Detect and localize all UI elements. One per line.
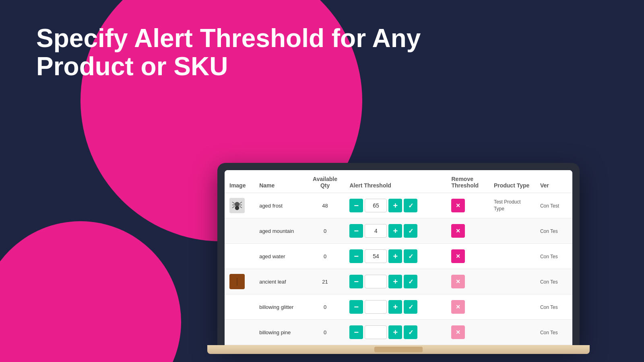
cell-name: billowing glitter xyxy=(254,294,305,320)
x-icon xyxy=(456,329,460,336)
cell-vendor: Con Tes xyxy=(535,244,572,269)
product-image-empty xyxy=(229,299,245,315)
check-button[interactable] xyxy=(404,325,417,339)
product-image xyxy=(229,274,245,289)
cell-remove xyxy=(446,269,489,294)
threshold-input[interactable] xyxy=(365,275,387,288)
cell-remove xyxy=(446,294,489,320)
cell-vendor: Con Tes xyxy=(535,218,572,244)
table-row: aged mountain 0 xyxy=(225,218,572,244)
laptop-base xyxy=(207,345,590,354)
plus-button[interactable] xyxy=(388,325,402,339)
cell-threshold xyxy=(345,218,446,244)
plus-button[interactable] xyxy=(388,224,402,238)
cell-remove xyxy=(446,244,489,269)
threshold-input[interactable] xyxy=(365,224,387,238)
x-icon xyxy=(456,278,460,285)
minus-icon xyxy=(354,277,359,286)
threshold-controls xyxy=(349,199,442,212)
minus-icon xyxy=(354,252,359,261)
cell-name: ancient leaf xyxy=(254,269,305,294)
plus-button[interactable] xyxy=(388,300,402,314)
cell-name: billowing pine xyxy=(254,320,305,345)
cell-qty: 0 xyxy=(305,244,345,269)
minus-icon xyxy=(354,328,359,337)
product-image-empty xyxy=(229,249,245,264)
minus-button[interactable] xyxy=(349,325,363,339)
check-button[interactable] xyxy=(404,224,417,238)
plus-button[interactable] xyxy=(388,199,402,212)
minus-button[interactable] xyxy=(349,199,363,212)
plus-icon xyxy=(393,302,398,312)
minus-icon xyxy=(354,226,359,236)
cell-threshold xyxy=(345,269,446,294)
cell-product-type xyxy=(489,244,535,269)
cell-qty: 0 xyxy=(305,320,345,345)
svg-line-2 xyxy=(232,202,235,204)
svg-point-1 xyxy=(235,206,239,210)
check-button[interactable] xyxy=(404,249,417,263)
x-icon xyxy=(456,253,460,260)
cell-qty: 21 xyxy=(305,269,345,294)
laptop-container: Image Name Available Qty Alert Threshold… xyxy=(153,163,644,354)
table-row: aged water 0 xyxy=(225,244,572,269)
product-image-empty xyxy=(229,223,245,239)
minus-button[interactable] xyxy=(349,275,363,288)
col-header-name: Name xyxy=(254,170,305,193)
product-type-text: Test Product Type xyxy=(494,199,521,212)
cell-image xyxy=(225,193,254,218)
cell-qty: 48 xyxy=(305,193,345,218)
remove-button[interactable] xyxy=(451,275,465,288)
remove-button[interactable] xyxy=(451,300,465,314)
table-container: Image Name Available Qty Alert Threshold… xyxy=(225,170,572,345)
check-button[interactable] xyxy=(404,199,417,212)
checkmark-icon xyxy=(408,303,413,311)
minus-button[interactable] xyxy=(349,300,363,314)
vendor-text: Con Tes xyxy=(540,304,558,310)
cell-name: aged water xyxy=(254,244,305,269)
minus-button[interactable] xyxy=(349,224,363,238)
cell-name: aged mountain xyxy=(254,218,305,244)
cell-image xyxy=(225,244,254,269)
table-row: ancient leaf 21 xyxy=(225,269,572,294)
threshold-input[interactable] xyxy=(365,199,387,212)
minus-button[interactable] xyxy=(349,249,363,263)
col-header-vendor: Ver xyxy=(535,170,572,193)
x-icon xyxy=(456,202,460,209)
col-header-qty: Available Qty xyxy=(305,170,345,193)
cell-image xyxy=(225,218,254,244)
col-header-remove: Remove Threshold xyxy=(446,170,489,193)
col-header-image: Image xyxy=(225,170,254,193)
table-row: aged frost 48 xyxy=(225,193,572,218)
remove-button[interactable] xyxy=(451,224,465,238)
plus-button[interactable] xyxy=(388,249,402,263)
cell-product-type xyxy=(489,269,535,294)
remove-button[interactable] xyxy=(451,199,465,212)
threshold-input[interactable] xyxy=(365,249,387,263)
plus-icon xyxy=(393,252,398,261)
threshold-controls xyxy=(349,275,442,288)
remove-button[interactable] xyxy=(451,325,465,339)
plus-icon xyxy=(393,328,398,337)
cell-product-type xyxy=(489,218,535,244)
checkmark-icon xyxy=(408,278,413,286)
plus-icon xyxy=(393,277,398,286)
cell-remove xyxy=(446,320,489,345)
checkmark-icon xyxy=(408,227,413,235)
remove-button[interactable] xyxy=(451,249,465,263)
cell-threshold xyxy=(345,244,446,269)
cell-vendor: Con Tes xyxy=(535,320,572,345)
check-button[interactable] xyxy=(404,275,417,288)
check-button[interactable] xyxy=(404,300,417,314)
laptop-screen: Image Name Available Qty Alert Threshold… xyxy=(225,170,572,345)
plus-button[interactable] xyxy=(388,275,402,288)
threshold-input[interactable] xyxy=(365,325,387,339)
threshold-controls xyxy=(349,325,442,339)
vendor-text: Con Tes xyxy=(540,279,558,285)
threshold-input[interactable] xyxy=(365,300,387,314)
page-title: Specify Alert Threshold for Any Product … xyxy=(36,24,519,81)
x-icon xyxy=(456,303,460,311)
col-header-threshold: Alert Threshold xyxy=(345,170,446,193)
cell-image xyxy=(225,294,254,320)
laptop-base-notch xyxy=(374,347,423,352)
